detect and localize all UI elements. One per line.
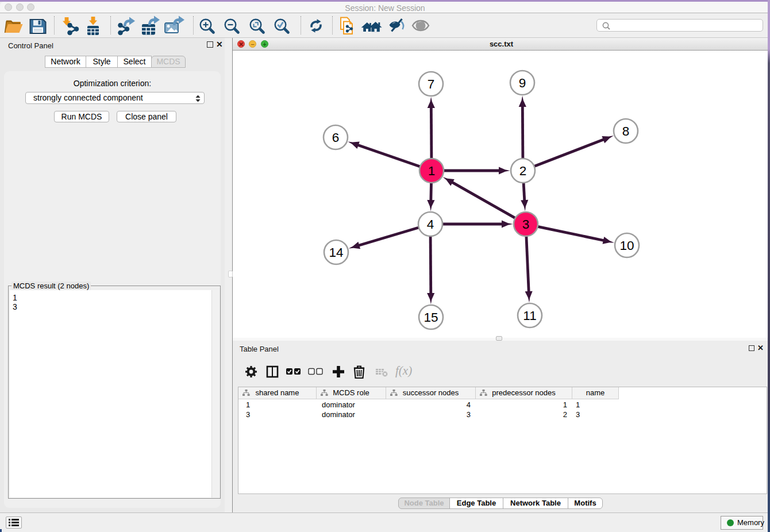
svg-text:6: 6 [332,130,340,145]
svg-text:1: 1 [428,164,436,178]
svg-text:11: 11 [523,309,536,323]
svg-text:10: 10 [619,238,634,253]
svg-text:3: 3 [522,217,530,232]
svg-text:9: 9 [519,76,526,90]
svg-text:4: 4 [427,217,434,232]
svg-text:7: 7 [428,77,435,91]
svg-text:15: 15 [424,310,438,325]
svg-text:2: 2 [519,164,527,178]
svg-text:8: 8 [622,124,630,138]
svg-text:14: 14 [329,245,343,260]
